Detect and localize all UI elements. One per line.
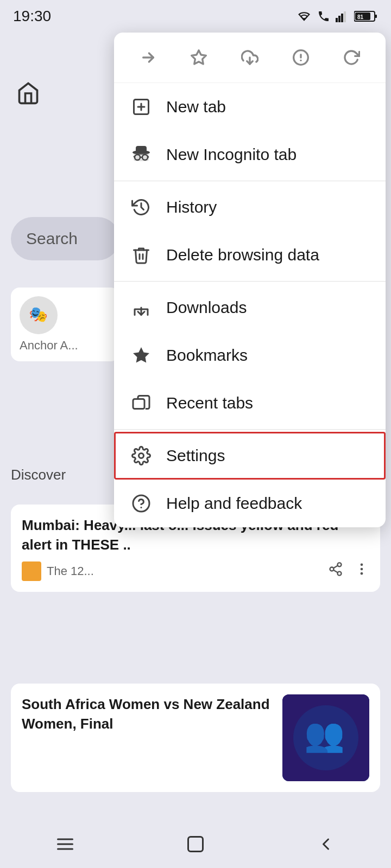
search-bar[interactable]: Search [11,217,119,260]
news-actions [328,561,369,580]
bookmarks-label: Bookmarks [166,346,248,365]
menu-item-help[interactable]: Help and feedback [114,480,386,527]
divider-2 [114,281,386,282]
svg-rect-39 [133,399,144,409]
nav-back-icon[interactable] [316,834,336,858]
svg-rect-2 [341,14,343,22]
nav-home-icon[interactable] [186,834,205,858]
news-source-1: The 12... [22,561,94,581]
more-icon[interactable] [354,561,369,580]
svg-text:👥: 👥 [304,716,345,754]
svg-point-40 [139,454,144,458]
discover-label: Discover [11,467,66,483]
discover-avatar: 🎭 [20,296,58,334]
history-icon [129,195,153,219]
news-source-icon-1 [22,561,41,581]
status-time: 19:30 [13,8,51,25]
bottom-nav [0,825,391,868]
svg-rect-5 [375,15,377,18]
recent-tabs-icon [129,391,153,415]
divider-3 [114,429,386,430]
forward-button[interactable] [133,42,163,73]
news-card-2: South Africa Women vs New Zealand Women,… [11,684,380,792]
menu-item-downloads[interactable]: Downloads [114,284,386,331]
divider-1 [114,181,386,181]
signal-icon [336,10,349,22]
new-tab-icon [129,95,153,119]
settings-label: Settings [166,446,225,465]
info-button[interactable] [286,42,316,73]
menu-item-bookmarks[interactable]: Bookmarks [114,331,386,379]
share-icon[interactable] [328,561,343,580]
download-button[interactable] [235,42,265,73]
menu-item-history[interactable]: History [114,183,386,231]
svg-rect-30 [136,146,147,152]
help-icon [129,492,153,515]
status-icons: 81 [297,10,378,23]
bookmark-button[interactable] [184,42,214,73]
help-label: Help and feedback [166,494,302,513]
svg-rect-46 [188,837,203,852]
svg-point-12 [338,572,342,576]
news-source-name-1: The 12... [47,564,94,578]
news-headline-2: South Africa Women vs New Zealand Women,… [22,694,274,734]
discover-source-name: Anchor A... [20,339,111,353]
recent-tabs-label: Recent tabs [166,394,253,412]
svg-line-13 [333,570,338,573]
menu-toolbar [114,33,386,83]
svg-point-10 [338,563,342,567]
reload-button[interactable] [336,42,367,73]
svg-text:81: 81 [357,14,364,20]
nav-menu-icon[interactable] [55,834,75,858]
svg-line-14 [333,566,338,569]
call-icon [317,10,330,23]
svg-text:🎭: 🎭 [29,305,48,323]
svg-point-15 [361,564,363,566]
svg-point-11 [330,567,334,571]
downloads-icon [129,296,153,320]
home-icon [16,81,40,111]
svg-marker-21 [192,50,206,64]
dropdown-menu: New tab New Incognito tab [114,33,386,527]
battery-icon: 81 [354,10,378,23]
svg-line-36 [148,156,149,157]
discover-card: 🎭 Anchor A... [11,288,119,361]
menu-item-recent-tabs[interactable]: Recent tabs [114,379,386,427]
wifi-icon [297,10,312,22]
history-label: History [166,198,217,216]
svg-line-35 [134,156,135,157]
settings-icon [129,444,153,468]
svg-rect-1 [338,16,340,22]
svg-rect-0 [336,18,338,22]
svg-marker-38 [133,347,149,363]
menu-item-incognito[interactable]: New Incognito tab [114,131,386,178]
downloads-label: Downloads [166,298,247,317]
menu-item-settings[interactable]: Settings [114,432,386,480]
svg-rect-3 [344,11,346,22]
incognito-icon [129,143,153,167]
delete-icon [129,243,153,267]
delete-browsing-label: Delete browsing data [166,246,319,264]
menu-item-new-tab[interactable]: New tab [114,83,386,131]
status-bar: 19:30 81 [0,0,391,33]
menu-item-delete-browsing[interactable]: Delete browsing data [114,231,386,279]
svg-point-17 [361,572,363,575]
search-text: Search [26,229,78,248]
news-thumbnail: 👥 [282,694,369,781]
bookmarks-icon [129,343,153,367]
new-tab-label: New tab [166,98,226,116]
svg-point-16 [361,568,363,571]
incognito-label: New Incognito tab [166,145,297,164]
